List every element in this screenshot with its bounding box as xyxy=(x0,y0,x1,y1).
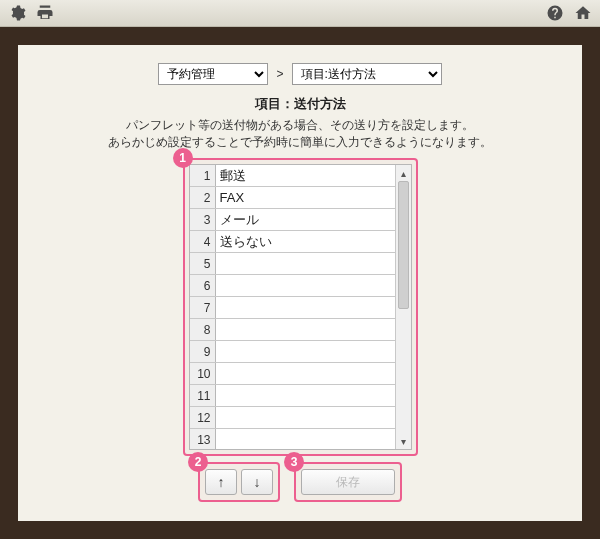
content-panel: 予約管理 > 項目:送付方法 項目：送付方法 パンフレット等の送付物がある場合、… xyxy=(18,45,582,521)
row-number: 8 xyxy=(190,319,216,340)
breadcrumb-separator: > xyxy=(276,67,283,81)
row-value[interactable]: 郵送 xyxy=(216,165,395,186)
annotation-save: 3 保存 xyxy=(294,462,402,502)
annotation-reorder: 2 ↑ ↓ xyxy=(198,462,280,502)
grid-body: 1郵送 2FAX 3メール 4送らない 5 6 7 8 9 10 11 12 1… xyxy=(190,165,395,449)
row-number: 3 xyxy=(190,209,216,230)
grid-controls: 2 ↑ ↓ 3 保存 xyxy=(42,462,558,502)
table-row[interactable]: 5 xyxy=(190,253,395,275)
page-title: 項目：送付方法 xyxy=(42,95,558,113)
breadcrumb: 予約管理 > 項目:送付方法 xyxy=(42,63,558,85)
row-value[interactable] xyxy=(216,429,395,449)
table-row[interactable]: 10 xyxy=(190,363,395,385)
gear-icon[interactable] xyxy=(8,4,26,22)
row-number: 4 xyxy=(190,231,216,252)
table-row[interactable]: 12 xyxy=(190,407,395,429)
row-value[interactable] xyxy=(216,363,395,384)
row-number: 9 xyxy=(190,341,216,362)
page-description: パンフレット等の送付物がある場合、その送り方を設定します。 あらかじめ設定するこ… xyxy=(42,117,558,150)
row-number: 2 xyxy=(190,187,216,208)
row-value[interactable]: メール xyxy=(216,209,395,230)
move-down-button[interactable]: ↓ xyxy=(241,469,273,495)
description-line-2: あらかじめ設定することで予約時に簡単に入力できるようになります。 xyxy=(108,136,492,148)
table-row[interactable]: 8 xyxy=(190,319,395,341)
inner-frame: 予約管理 > 項目:送付方法 項目：送付方法 パンフレット等の送付物がある場合、… xyxy=(18,45,582,521)
row-value[interactable] xyxy=(216,253,395,274)
table-row[interactable]: 9 xyxy=(190,341,395,363)
print-icon[interactable] xyxy=(36,4,54,22)
row-value[interactable] xyxy=(216,319,395,340)
annotation-grid: 1 1郵送 2FAX 3メール 4送らない 5 6 7 8 9 10 11 xyxy=(183,158,418,456)
help-icon[interactable] xyxy=(546,4,564,22)
row-number: 6 xyxy=(190,275,216,296)
table-row[interactable]: 4送らない xyxy=(190,231,395,253)
annotation-badge-1: 1 xyxy=(173,148,193,168)
app-toolbar xyxy=(0,0,600,27)
breadcrumb-select-right[interactable]: 項目:送付方法 xyxy=(292,63,442,85)
row-value[interactable] xyxy=(216,297,395,318)
move-up-button[interactable]: ↑ xyxy=(205,469,237,495)
scroll-up-icon[interactable]: ▴ xyxy=(396,165,411,181)
outer-frame: 予約管理 > 項目:送付方法 項目：送付方法 パンフレット等の送付物がある場合、… xyxy=(0,27,600,539)
row-number: 7 xyxy=(190,297,216,318)
row-value[interactable]: 送らない xyxy=(216,231,395,252)
table-row[interactable]: 6 xyxy=(190,275,395,297)
row-number: 1 xyxy=(190,165,216,186)
scrollbar[interactable]: ▴ ▾ xyxy=(395,165,411,449)
row-number: 12 xyxy=(190,407,216,428)
row-value[interactable] xyxy=(216,275,395,296)
breadcrumb-select-left[interactable]: 予約管理 xyxy=(158,63,268,85)
row-number: 5 xyxy=(190,253,216,274)
scroll-thumb[interactable] xyxy=(398,181,409,309)
table-row[interactable]: 11 xyxy=(190,385,395,407)
table-row[interactable]: 2FAX xyxy=(190,187,395,209)
table-row[interactable]: 3メール xyxy=(190,209,395,231)
row-number: 10 xyxy=(190,363,216,384)
row-number: 11 xyxy=(190,385,216,406)
description-line-1: パンフレット等の送付物がある場合、その送り方を設定します。 xyxy=(126,119,474,131)
scroll-down-icon[interactable]: ▾ xyxy=(396,433,411,449)
save-button[interactable]: 保存 xyxy=(301,469,395,495)
home-icon[interactable] xyxy=(574,4,592,22)
table-row[interactable]: 1郵送 xyxy=(190,165,395,187)
options-grid: 1郵送 2FAX 3メール 4送らない 5 6 7 8 9 10 11 12 1… xyxy=(189,164,412,450)
row-value[interactable]: FAX xyxy=(216,187,395,208)
row-value[interactable] xyxy=(216,407,395,428)
row-number: 13 xyxy=(190,429,216,449)
table-row[interactable]: 13 xyxy=(190,429,395,449)
row-value[interactable] xyxy=(216,385,395,406)
row-value[interactable] xyxy=(216,341,395,362)
table-row[interactable]: 7 xyxy=(190,297,395,319)
